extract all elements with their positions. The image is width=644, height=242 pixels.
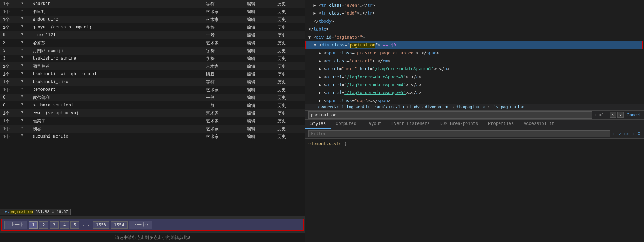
tree-line[interactable]: </table> — [305, 25, 644, 33]
row-name[interactable]: andou_uiro — [30, 16, 203, 23]
search-cancel-btn[interactable]: Cancel — [625, 112, 641, 118]
row-history-btn[interactable]: 历史 — [275, 117, 305, 125]
row-edit-btn[interactable]: 编辑 — [244, 16, 275, 23]
row-edit-btn[interactable]: 编辑 — [244, 125, 275, 133]
row-name[interactable]: 月四郎_momiji — [30, 47, 203, 55]
tree-line[interactable]: ▶ <tr class="odd">…</tr> — [305, 9, 644, 17]
row-edit-btn[interactable]: 编辑 — [244, 94, 275, 101]
breadcrumb-advanced[interactable]: dvanced-editing.webkit.translated-ltr — [318, 105, 405, 109]
row-history-btn[interactable]: 历史 — [275, 0, 305, 8]
row-history-btn[interactable]: 历史 — [275, 16, 305, 23]
tab-styles[interactable]: Styles — [305, 120, 331, 129]
row-name[interactable]: 朝谷 — [30, 125, 203, 133]
row-history-btn[interactable]: 历史 — [275, 23, 305, 31]
next-page-btn[interactable]: 下一个→ — [129, 221, 152, 229]
tree-line[interactable]: ▶ <a href="/tag?order=date&page=3">…</a> — [305, 73, 644, 81]
row-history-btn[interactable]: 历史 — [275, 78, 305, 86]
row-edit-btn[interactable]: 编辑 — [244, 39, 275, 47]
row-name[interactable]: 卡里扎 — [30, 8, 203, 16]
tab-properties[interactable]: Properties — [483, 120, 519, 129]
row-name[interactable]: tsukinoki_tirol — [30, 78, 203, 86]
tab-computed[interactable]: Computed — [331, 120, 361, 129]
tree-line[interactable]: ▶ <span class= previous_page disabled >…… — [305, 49, 644, 57]
tree-line[interactable]: ▶ <em class="current">…</em> — [305, 57, 644, 65]
row-name[interactable]: ewa_ (seraphhuiyu) — [30, 109, 203, 117]
row-name[interactable]: 图里萨苏 — [30, 62, 203, 70]
row-history-btn[interactable]: 历史 — [275, 62, 305, 70]
tab-layout[interactable]: Layout — [361, 120, 386, 129]
row-name[interactable]: Shurkin — [30, 0, 203, 8]
row-edit-btn[interactable]: 编辑 — [244, 133, 275, 141]
row-history-btn[interactable]: 历史 — [275, 94, 305, 101]
row-name[interactable]: 哈努苏 — [30, 39, 203, 47]
row-name[interactable]: ganyu_ (genshin_impact) — [30, 23, 203, 31]
page-3-btn[interactable]: 3 — [50, 221, 59, 229]
tab-dom-breakpoints[interactable]: DOM Breakpoints — [435, 120, 483, 129]
row-edit-btn[interactable]: 编辑 — [244, 8, 275, 16]
html-tree[interactable]: ▶ <tr class="even"…</tr> ▶ <tr class="od… — [305, 0, 644, 104]
row-edit-btn[interactable]: 编辑 — [244, 0, 275, 8]
row-edit-btn[interactable]: 编辑 — [244, 31, 275, 39]
row-edit-btn[interactable]: 编辑 — [244, 78, 275, 86]
row-name[interactable]: Remonoart — [30, 86, 203, 94]
page-1554-btn[interactable]: 1554 — [111, 221, 128, 229]
tree-line[interactable]: ▶ <span class="gap">…</span> — [305, 97, 644, 104]
tab-accessibility[interactable]: Accessibilit — [519, 120, 559, 129]
row-history-btn[interactable]: 历史 — [275, 47, 305, 55]
page-2-btn[interactable]: 2 — [39, 221, 48, 229]
row-edit-btn[interactable]: 编辑 — [244, 117, 275, 125]
row-name[interactable]: tsukishiro_sumire — [30, 55, 203, 62]
row-history-btn[interactable]: 历史 — [275, 86, 305, 94]
page-1553-btn[interactable]: 1553 — [93, 221, 109, 229]
prev-page-btn[interactable]: ←上一个 — [4, 221, 27, 229]
row-name[interactable]: saihara_shuuichi — [30, 101, 203, 109]
search-input[interactable] — [308, 111, 592, 119]
page-4-btn[interactable]: 4 — [60, 221, 69, 229]
row-edit-btn[interactable]: 编辑 — [244, 62, 275, 70]
tree-line[interactable]: </tbody> — [305, 17, 644, 25]
square-btn[interactable]: ⊡ — [637, 131, 641, 136]
row-history-btn[interactable]: 历史 — [275, 125, 305, 133]
row-history-btn[interactable]: 历史 — [275, 109, 305, 117]
row-edit-btn[interactable]: 编辑 — [244, 47, 275, 55]
cls-filter-btn[interactable]: .cls — [623, 131, 630, 136]
data-table-area[interactable]: 1个 ? Shurkin 字符 编辑 历史 1个 ? 卡里扎 艺术家 编辑 历史… — [0, 0, 305, 208]
tree-line[interactable]: ▼ <div id="paginator"> — [305, 33, 644, 41]
search-prev-btn[interactable]: ∧ — [610, 112, 616, 118]
row-edit-btn[interactable]: 编辑 — [244, 70, 275, 78]
breadcrumb-pagination[interactable]: div.pagination — [491, 105, 524, 109]
row-name[interactable]: 皮尔普利 — [30, 94, 203, 101]
row-edit-btn[interactable]: 编辑 — [244, 55, 275, 62]
page-1-btn[interactable]: 1 — [29, 221, 38, 229]
tree-line[interactable]: ▶ <a href="/tag?order=date&page=4">…</a> — [305, 81, 644, 89]
tree-line[interactable]: ▶ <tr class="even"…</tr> — [305, 1, 644, 9]
row-edit-btn[interactable]: 编辑 — [244, 101, 275, 109]
tree-line[interactable]: ▶ <a href="/tag?order=date&page=5">…</a> — [305, 89, 644, 97]
filter-input[interactable] — [308, 130, 610, 137]
row-history-btn[interactable]: 历史 — [275, 101, 305, 109]
row-history-btn[interactable]: 历史 — [275, 39, 305, 47]
page-5-btn[interactable]: 5 — [70, 221, 79, 229]
row-history-btn[interactable]: 历史 — [275, 31, 305, 39]
row-edit-btn[interactable]: 编辑 — [244, 86, 275, 94]
row-name[interactable]: lumo_1121 — [30, 31, 203, 39]
row-edit-btn[interactable]: 编辑 — [244, 109, 275, 117]
table-row: 1个 ? 包菜子 艺术家 编辑 历史 — [0, 117, 305, 125]
breadcrumb-body[interactable]: body — [410, 105, 420, 109]
add-style-btn[interactable]: + — [632, 131, 635, 136]
row-name[interactable]: suzushi_moruto — [30, 133, 203, 141]
search-next-btn[interactable]: ∨ — [617, 112, 624, 118]
breadcrumb-paginator[interactable]: div#paginator — [456, 105, 486, 109]
row-history-btn[interactable]: 历史 — [275, 70, 305, 78]
row-history-btn[interactable]: 历史 — [275, 55, 305, 62]
tab-event-listeners[interactable]: Event Listeners — [386, 120, 435, 129]
tree-line[interactable]: ▼ <div class="pagination"> == $0 — [305, 41, 643, 49]
row-name[interactable]: 包菜子 — [30, 117, 203, 125]
row-edit-btn[interactable]: 编辑 — [244, 23, 275, 31]
row-history-btn[interactable]: 历史 — [275, 133, 305, 141]
hov-filter-btn[interactable]: :hov — [612, 131, 621, 136]
breadcrumb-content[interactable]: div#content — [425, 105, 451, 109]
tree-line[interactable]: ▶ <a rel="next" href="/tag?order=date&pa… — [305, 65, 644, 73]
row-history-btn[interactable]: 历史 — [275, 8, 305, 16]
row-name[interactable]: tsukinoki_twilight_school — [30, 70, 203, 78]
